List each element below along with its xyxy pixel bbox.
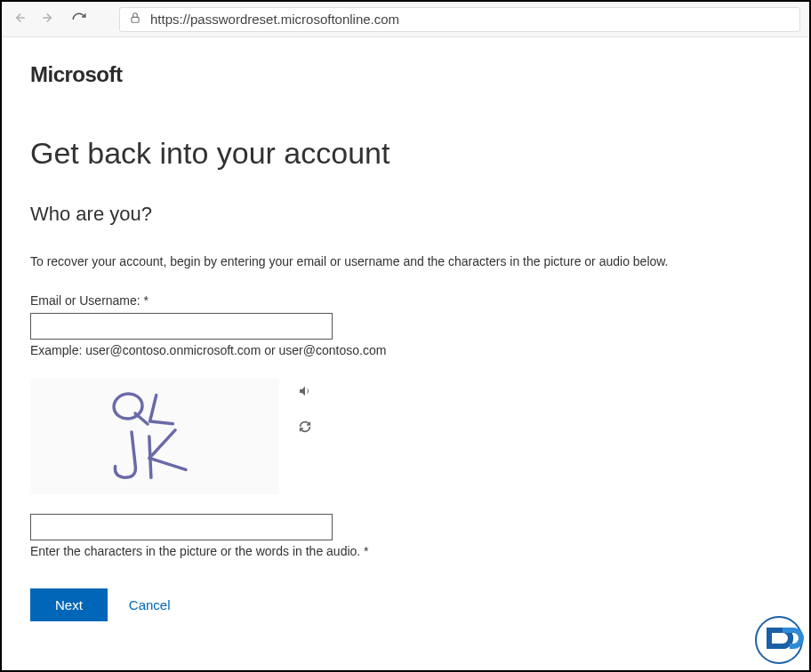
- url-text: https://passwordreset.microsoftonline.co…: [150, 12, 399, 27]
- page-subtitle: Who are you?: [30, 203, 781, 226]
- forward-icon[interactable]: [41, 10, 57, 29]
- captcha-image: [30, 379, 279, 494]
- captcha-input[interactable]: [30, 514, 333, 540]
- email-example: Example: user@contoso.onmicrosoft.com or…: [30, 343, 781, 357]
- email-label: Email or Username: *: [30, 293, 781, 308]
- refresh-icon[interactable]: [71, 12, 87, 28]
- page-content: Microsoft Get back into your account Who…: [2, 37, 809, 646]
- instruction-text: To recover your account, begin by enteri…: [30, 254, 781, 268]
- captcha-section: [30, 379, 781, 494]
- svg-line-4: [135, 413, 148, 424]
- audio-icon[interactable]: [297, 384, 313, 402]
- page-title: Get back into your account: [30, 136, 781, 171]
- address-bar[interactable]: https://passwordreset.microsoftonline.co…: [119, 7, 800, 32]
- email-input[interactable]: [30, 313, 333, 340]
- lock-icon: [129, 12, 141, 27]
- browser-toolbar: https://passwordreset.microsoftonline.co…: [2, 2, 809, 37]
- nav-arrows: [11, 10, 57, 29]
- refresh-captcha-icon[interactable]: [297, 420, 313, 437]
- microsoft-logo: Microsoft: [30, 62, 781, 87]
- watermark-badge: [754, 615, 804, 665]
- button-row: Next Cancel: [30, 588, 781, 621]
- cancel-link[interactable]: Cancel: [129, 597, 171, 612]
- back-icon[interactable]: [11, 10, 27, 29]
- svg-rect-2: [132, 17, 139, 22]
- next-button[interactable]: Next: [30, 588, 108, 621]
- captcha-controls: [297, 379, 313, 437]
- captcha-help: Enter the characters in the picture or t…: [30, 544, 781, 558]
